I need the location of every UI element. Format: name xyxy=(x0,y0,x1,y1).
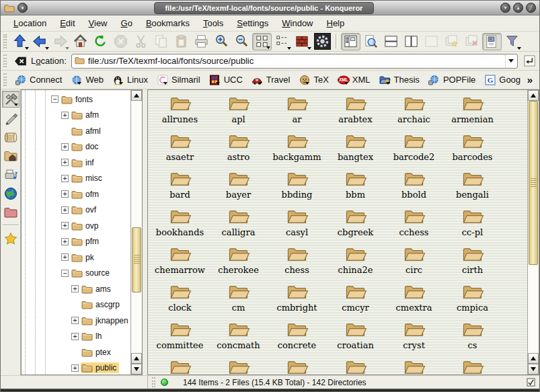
titlebar[interactable]: ● file:/usr/TeX/texmf-local/fonts/source… xyxy=(1,1,539,15)
scroll-down-button[interactable] xyxy=(528,364,539,375)
sidebar-tab-pen[interactable] xyxy=(2,110,20,126)
tree-item-afm[interactable]: +afm xyxy=(22,108,130,124)
expand-toggle[interactable]: + xyxy=(71,317,79,324)
scroll-up-button[interactable] xyxy=(131,90,142,101)
sidebar-tab-bookmarks-star[interactable] xyxy=(2,230,20,247)
folder-item-bookhands[interactable]: bookhands xyxy=(151,207,209,245)
tree-item-ovp[interactable]: +ovp xyxy=(22,218,130,234)
folder-item-partial[interactable] xyxy=(209,358,268,375)
print-button[interactable] xyxy=(192,33,211,50)
expand-toggle[interactable]: + xyxy=(61,112,69,119)
folder-item-barcodes[interactable]: barcodes xyxy=(443,132,502,169)
expand-toggle[interactable]: + xyxy=(61,175,69,182)
statusbar-grip[interactable] xyxy=(152,377,155,387)
folder-item-calligra[interactable]: calligra xyxy=(209,207,268,245)
folder-item-asaetr[interactable]: asaetr xyxy=(151,132,209,169)
bookmark-ucc[interactable]: UCC xyxy=(206,73,246,87)
bookmark-linux[interactable]: Linux xyxy=(109,73,151,87)
scrollbar-thumb[interactable] xyxy=(132,227,141,293)
tree-item-afml[interactable]: afml xyxy=(22,123,130,139)
folder-item-ar[interactable]: ar xyxy=(268,94,326,132)
folder-item-apl[interactable]: apl xyxy=(209,94,268,132)
folder-item-cherokee[interactable]: cherokee xyxy=(209,245,268,282)
tree-item-source[interactable]: −source xyxy=(22,266,130,282)
bookmark-web[interactable]: Web xyxy=(67,73,107,87)
bricks-button[interactable] xyxy=(293,33,312,50)
folder-item-cm[interactable]: cm xyxy=(209,282,268,320)
tree-item-ofm[interactable]: +ofm xyxy=(22,186,130,202)
expand-toggle[interactable]: + xyxy=(61,143,69,151)
folder-item-cmpica[interactable]: cmpica xyxy=(443,282,502,320)
expand-toggle[interactable]: + xyxy=(61,190,69,198)
bookmark-xml[interactable]: XMLXML xyxy=(334,73,374,87)
scrollbar-track[interactable] xyxy=(131,101,142,353)
tree-item-pfm[interactable]: +pfm xyxy=(22,234,130,250)
folder-item-chemarrow[interactable]: chemarrow xyxy=(151,245,209,282)
split-vertical-button[interactable] xyxy=(401,33,421,50)
go-button[interactable] xyxy=(521,53,537,69)
folder-item-allrunes[interactable]: allrunes xyxy=(151,94,209,132)
menu-location[interactable]: Location xyxy=(7,17,52,30)
tree-item-ams[interactable]: +ams xyxy=(22,281,130,297)
folder-item-concrete[interactable]: concrete xyxy=(268,320,326,358)
menu-edit[interactable]: Edit xyxy=(54,17,81,30)
sidebar-tab-home-folder[interactable] xyxy=(2,147,20,164)
page-status-icon[interactable] xyxy=(527,378,535,387)
folder-item-archaic[interactable]: archaic xyxy=(385,94,443,132)
collapse-toggle[interactable]: − xyxy=(51,95,59,103)
image-doc-button[interactable] xyxy=(482,33,502,50)
folder-item-chess[interactable]: chess xyxy=(268,245,326,282)
folder-item-bangtex[interactable]: bangtex xyxy=(326,132,385,169)
toolbar-grip[interactable] xyxy=(3,34,7,48)
folder-item-china2e[interactable]: china2e xyxy=(326,245,385,282)
view-scrollbar[interactable] xyxy=(527,90,539,375)
folder-item-casyl[interactable]: casyl xyxy=(268,207,326,245)
tree-item-doc[interactable]: +doc xyxy=(22,139,130,155)
tree-item-jknappen[interactable]: +jknappen xyxy=(22,313,130,329)
folder-item-clock[interactable]: clock xyxy=(151,282,209,320)
expand-toggle[interactable]: + xyxy=(61,222,69,229)
folder-item-bbm[interactable]: bbm xyxy=(326,169,385,207)
folder-item-committee[interactable]: committee xyxy=(151,320,209,358)
folder-item-partial[interactable] xyxy=(268,358,326,375)
sticky-button[interactable]: ● xyxy=(17,3,28,13)
find-button[interactable] xyxy=(361,33,381,50)
expand-toggle[interactable]: + xyxy=(71,364,79,372)
tree-item-pk[interactable]: +pk xyxy=(22,249,130,266)
folder-item-bbold[interactable]: bbold xyxy=(385,169,443,207)
location-input[interactable]: file:/usr/TeX/texmf-local/fonts/source/p… xyxy=(88,56,502,66)
folder-item-bengali[interactable]: bengali xyxy=(443,169,502,207)
folder-item-partial[interactable] xyxy=(326,358,385,375)
home-button[interactable] xyxy=(71,33,90,50)
panel-splitter[interactable] xyxy=(143,89,147,375)
scrollbar-thumb[interactable] xyxy=(529,101,538,265)
tree-item-ptex[interactable]: ptex xyxy=(22,344,130,360)
folder-item-cs[interactable]: cs xyxy=(443,320,502,358)
up-button[interactable] xyxy=(10,33,30,50)
icon-view-button[interactable] xyxy=(252,33,272,50)
bookmarks-overflow-button[interactable]: » xyxy=(523,74,537,85)
zoom-out-button[interactable] xyxy=(232,33,252,50)
tree-item-public[interactable]: +public xyxy=(22,360,130,375)
scroll-up-button[interactable] xyxy=(528,90,539,101)
folder-item-cmbright[interactable]: cmbright xyxy=(268,282,326,320)
location-dropdown-button[interactable] xyxy=(505,55,516,67)
list-view-button[interactable] xyxy=(272,33,292,50)
toolbar-grip[interactable] xyxy=(3,54,7,67)
gear-button[interactable] xyxy=(313,33,332,50)
menu-settings[interactable]: Settings xyxy=(231,17,274,30)
folder-item-bard[interactable]: bard xyxy=(151,169,209,207)
menu-window[interactable]: Window xyxy=(276,17,319,30)
sidebar-tab-network[interactable] xyxy=(2,185,20,202)
folder-item-cmextra[interactable]: cmextra xyxy=(385,282,443,320)
tree-item-fonts[interactable]: −fonts xyxy=(22,91,130,108)
scroll-up-button[interactable] xyxy=(131,353,142,364)
folder-item-circ[interactable]: circ xyxy=(385,245,443,282)
back-button[interactable] xyxy=(30,33,50,50)
folder-item-partial[interactable] xyxy=(443,358,502,375)
filter-button[interactable] xyxy=(502,33,522,50)
bookmark-popfile[interactable]: POPFile xyxy=(425,73,479,87)
folder-item-arabtex[interactable]: arabtex xyxy=(326,94,385,132)
bookmark-travel[interactable]: Travel xyxy=(248,73,294,87)
expand-toggle[interactable]: + xyxy=(71,285,79,292)
